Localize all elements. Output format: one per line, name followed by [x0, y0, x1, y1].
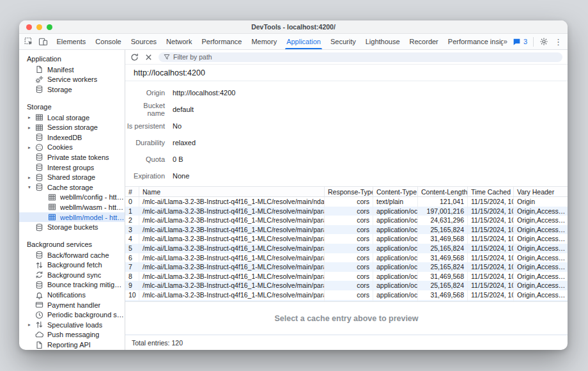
cell-response-type: cors [325, 281, 373, 290]
chevron-right-icon[interactable]: ▸ [28, 125, 35, 130]
sidebar-item-session-storage[interactable]: ▸Session storage [19, 122, 125, 132]
tab-performance-insights[interactable]: Performance insights [443, 34, 503, 49]
refresh-icon[interactable] [130, 53, 139, 61]
more-tabs-icon[interactable]: » [503, 37, 507, 46]
sidebar-item-reporting-api[interactable]: Reporting API [19, 340, 125, 350]
sidebar-item-private-state-tokens[interactable]: Private state tokens [19, 152, 125, 162]
tab-application[interactable]: Application [282, 34, 326, 49]
tab-security[interactable]: Security [325, 34, 360, 49]
sidebar-item-webllm-wasm[interactable]: webllm/wasm - http://loca… [19, 202, 125, 212]
column-header-vary-header[interactable]: Vary Header [514, 187, 568, 196]
tab-performance[interactable]: Performance [197, 34, 247, 49]
table-row[interactable]: 7/mlc-ai/Llama-3.2-3B-Instruct-q4f16_1-M… [125, 262, 568, 272]
console-messages-button[interactable]: 3 [513, 38, 527, 46]
metadata-row-bucket-name: Bucket namedefault [125, 101, 568, 118]
sidebar-item-push-messaging[interactable]: Push messaging [19, 330, 125, 340]
cell-response-type: cors [325, 216, 373, 225]
sidebar-item-storage-buckets[interactable]: Storage buckets [19, 222, 125, 232]
tab-memory[interactable]: Memory [247, 34, 282, 49]
table-row[interactable]: 9/mlc-ai/Llama-3.2-3B-Instruct-q4f16_1-M… [125, 281, 568, 290]
settings-gear-icon[interactable] [539, 37, 548, 46]
tab-recorder[interactable]: Recorder [405, 34, 443, 49]
table-row[interactable]: 5/mlc-ai/Llama-3.2-3B-Instruct-q4f16_1-M… [125, 244, 568, 253]
cell-time-cached: 11/15/2024, 10… [468, 272, 514, 281]
cell-index: 2 [125, 216, 139, 225]
sidebar-item-service-workers[interactable]: Service workers [19, 75, 125, 85]
sidebar-item-bounce-tracking-mitigations[interactable]: Bounce tracking mitigations [19, 280, 125, 290]
chevron-down-icon[interactable]: ▾ [28, 184, 35, 190]
cell-name: /mlc-ai/Llama-3.2-3B-Instruct-q4f16_1-ML… [139, 244, 325, 253]
tab-elements[interactable]: Elements [52, 34, 91, 49]
table-icon [35, 113, 43, 122]
tab-label: Sources [131, 38, 157, 45]
chevron-right-icon[interactable]: ▸ [28, 322, 35, 328]
chevron-right-icon[interactable]: ▸ [28, 145, 35, 150]
chevron-right-icon[interactable]: ▸ [28, 175, 35, 180]
cell-time-cached: 11/15/2024, 10… [468, 234, 514, 244]
metadata-value: relaxed [173, 139, 196, 146]
table-row[interactable]: 6/mlc-ai/Llama-3.2-3B-Instruct-q4f16_1-M… [125, 253, 568, 263]
table-row[interactable]: 1/mlc-ai/Llama-3.2-3B-Instruct-q4f16_1-M… [125, 207, 568, 216]
device-toolbar-icon[interactable] [38, 37, 48, 47]
column-header-time-cached[interactable]: Time Cached [468, 187, 514, 196]
tab-label: Console [95, 38, 121, 45]
sidebar-item-webllm-config[interactable]: webllm/config - http://loc… [19, 193, 125, 203]
tab-label: Memory [251, 38, 277, 45]
table-row[interactable]: 8/mlc-ai/Llama-3.2-3B-Instruct-q4f16_1-M… [125, 272, 568, 281]
tab-lighthouse[interactable]: Lighthouse [360, 34, 405, 49]
zoom-window-button[interactable] [47, 24, 52, 30]
table-row[interactable]: 10/mlc-ai/Llama-3.2-3B-Instruct-q4f16_1-… [125, 290, 568, 300]
close-icon[interactable] [144, 53, 153, 61]
sidebar-item-shared-storage[interactable]: ▸Shared storage [19, 172, 125, 182]
cell-index: 7 [125, 262, 139, 272]
tab-network[interactable]: Network [162, 34, 197, 49]
sidebar-item-webllm-model[interactable]: webllm/model - http://loc… [19, 212, 125, 223]
sidebar-item-speculative-loads[interactable]: ▸Speculative loads [19, 320, 125, 330]
metadata-value: 0 B [173, 155, 183, 163]
column-header-content-type[interactable]: Content-Type [373, 187, 418, 196]
sidebar-item-manifest[interactable]: Manifest [19, 65, 125, 75]
table-row[interactable]: 0/mlc-ai/Llama-3.2-3B-Instruct-q4f16_1-M… [125, 197, 568, 207]
table-row[interactable]: 4/mlc-ai/Llama-3.2-3B-Instruct-q4f16_1-M… [125, 234, 568, 244]
sidebar-item-local-storage[interactable]: ▸Local storage [19, 113, 125, 123]
sidebar-item-payment-handler[interactable]: Payment handler [19, 300, 125, 310]
column-header-response-type[interactable]: Response-Type [325, 187, 373, 196]
chevron-right-icon[interactable]: ▸ [28, 114, 35, 120]
cell-vary-header: Origin,Access… [514, 244, 568, 253]
cell-index: 6 [125, 253, 139, 263]
sidebar-item-back-forward-cache[interactable]: Back/forward cache [19, 250, 125, 260]
sidebar-item-background-fetch[interactable]: Background fetch [19, 260, 125, 271]
column-header-content-length[interactable]: Content-Length [418, 187, 468, 196]
close-window-button[interactable] [26, 24, 32, 30]
column-header-index[interactable]: # [125, 187, 139, 196]
sidebar-item-background-sync[interactable]: Background sync [19, 270, 125, 280]
cookie-icon [35, 143, 43, 152]
sidebar-item-cookies[interactable]: ▸Cookies [19, 143, 125, 153]
sidebar-item-periodic-background-sync[interactable]: Periodic background sync [19, 310, 125, 320]
sidebar-section-title: Background services [19, 239, 125, 250]
cell-content-type: application/oc… [373, 244, 418, 253]
cell-time-cached: 11/15/2024, 10… [468, 262, 514, 272]
sidebar-item-label: webllm/wasm - http://loca… [60, 203, 125, 211]
cell-time-cached: 11/15/2024, 10… [468, 281, 514, 290]
table-row[interactable]: 3/mlc-ai/Llama-3.2-3B-Instruct-q4f16_1-M… [125, 225, 568, 235]
cell-response-type: cors [325, 253, 373, 263]
inspect-element-icon[interactable] [24, 37, 34, 47]
sidebar-item-notifications[interactable]: Notifications [19, 290, 125, 300]
cell-content-length: 31,469,568 [418, 290, 468, 300]
sidebar-item-storage[interactable]: Storage [19, 84, 125, 95]
sidebar-item-cache-storage[interactable]: ▾Cache storage [19, 182, 125, 193]
cell-content-length: 25,165,824 [418, 225, 468, 235]
table-row[interactable]: 2/mlc-ai/Llama-3.2-3B-Instruct-q4f16_1-M… [125, 216, 568, 225]
sidebar-item-interest-groups[interactable]: Interest groups [19, 162, 125, 173]
filter-by-path-input[interactable] [173, 53, 557, 61]
cell-time-cached: 11/15/2024, 10… [468, 207, 514, 216]
column-header-name[interactable]: Name [139, 187, 325, 196]
sidebar-item-label: Notifications [47, 291, 86, 299]
sidebar-item-indexeddb[interactable]: IndexedDB [19, 132, 125, 143]
kebab-menu-icon[interactable]: ⋮ [554, 37, 562, 47]
cell-response-type: cors [325, 197, 373, 207]
tab-sources[interactable]: Sources [126, 34, 161, 49]
minimize-window-button[interactable] [36, 24, 42, 30]
tab-console[interactable]: Console [91, 34, 126, 49]
